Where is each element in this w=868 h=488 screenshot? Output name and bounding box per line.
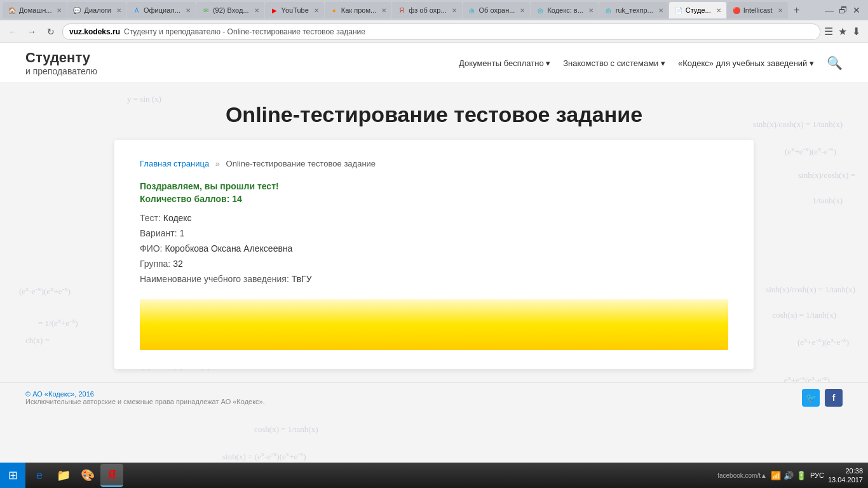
new-tab-button[interactable]: + — [789, 2, 805, 18]
variant-label: Вариант: — [140, 228, 179, 238]
tab-close-tab11[interactable]: ✕ — [716, 7, 721, 14]
taskbar-clock: 20:38 13.04.2017 — [828, 466, 863, 485]
search-button[interactable]: 🔍 — [827, 55, 843, 71]
tab-label-tab2: Диалоги — [84, 6, 111, 14]
tab-label-tab8: Об охран... — [479, 6, 515, 14]
score-value: 14 — [232, 194, 242, 204]
score-label: Количество баллов: — [140, 194, 232, 204]
start-button[interactable]: ⊞ — [0, 463, 25, 488]
file-explorer-icon: 📁 — [57, 468, 71, 482]
tab-close-tab6[interactable]: ✕ — [381, 7, 386, 14]
tab-tab7[interactable]: Яфз об охр...✕ — [392, 2, 461, 18]
tab-close-tab8[interactable]: ✕ — [520, 7, 525, 14]
refresh-button[interactable]: ↻ — [43, 24, 58, 39]
variant-value: 1 — [179, 228, 184, 238]
tab-favicon-tab5: ▶ — [270, 6, 279, 15]
minimize-button[interactable]: — — [825, 5, 834, 15]
reader-mode-icon[interactable]: ☰ — [824, 25, 833, 37]
close-button[interactable]: ✕ — [853, 5, 860, 15]
tab-tab8[interactable]: ◎Об охран...✕ — [463, 2, 531, 18]
tab-favicon-tab6: ● — [330, 6, 339, 15]
site-footer: © АО «Кодекс», 2016 Исключительные автор… — [0, 382, 868, 413]
breadcrumb-home-link[interactable]: Главная страница — [140, 159, 209, 168]
site-nav: Документы бесплатно ▾ Знакомство с систе… — [459, 55, 843, 71]
back-button[interactable]: ← — [5, 24, 20, 39]
language-indicator: РУС — [810, 471, 824, 479]
footer-copyright: © АО «Кодекс», 2016 — [25, 390, 265, 398]
facebook-button[interactable]: f — [825, 389, 843, 407]
star-icon[interactable]: ★ — [838, 25, 847, 37]
tab-tab5[interactable]: ▶YouTube✕ — [265, 2, 324, 18]
taskbar-right: facebook.com/t▲ 📶 🔊 🔋 РУС 20:38 13.04.20… — [717, 466, 868, 485]
logo-line1: Студенту — [25, 50, 97, 66]
tab-tab9[interactable]: ◎Кодекс: в...✕ — [531, 2, 598, 18]
tab-tab11[interactable]: 📄Студе...✕ — [669, 2, 726, 18]
tab-favicon-tab12: 🔴 — [732, 6, 741, 15]
taskbar-item-explorer[interactable]: 📁 — [52, 464, 75, 487]
congratulations-text: Поздравляем, вы прошли тест! — [140, 181, 728, 191]
battery-icon: 🔋 — [796, 471, 806, 480]
page-wrapper: tanh(x) = sinh(x)/cos h(x) = (ex-e-x)/(e… — [0, 43, 868, 463]
tab-label-tab9: Кодекс: в... — [547, 6, 583, 14]
nav-docs[interactable]: Документы бесплатно ▾ — [459, 58, 550, 68]
url-path: Студенту и преподавателю - Online-тестир… — [124, 27, 365, 36]
paint-icon: 🎨 — [81, 468, 95, 482]
page-title-banner: Online-тестирование тестовое задание — [0, 83, 868, 140]
score-field: Количество баллов: 14 — [140, 194, 728, 204]
tab-close-tab1[interactable]: ✕ — [57, 7, 62, 14]
nav-systems[interactable]: Знакомство с системами ▾ — [563, 58, 665, 68]
tab-tab12[interactable]: 🔴Intellicast✕ — [727, 2, 788, 18]
tab-close-tab9[interactable]: ✕ — [588, 7, 593, 14]
taskbar-item-ie[interactable]: e — [28, 464, 51, 487]
group-field: Группа: 32 — [140, 259, 728, 269]
taskbar-fb-text: facebook.com/t▲ — [717, 472, 767, 479]
volume-icon: 🔊 — [783, 471, 794, 480]
tab-tab10[interactable]: ◎ruk_техпр...✕ — [599, 2, 668, 18]
taskbar-time-display: 20:38 — [828, 466, 863, 475]
site-logo: Студенту и преподавателю — [25, 50, 97, 76]
tab-close-tab2[interactable]: ✕ — [116, 7, 121, 14]
tab-close-tab7[interactable]: ✕ — [452, 7, 457, 14]
ie-icon: e — [36, 469, 43, 482]
institution-value: ТвГУ — [292, 274, 312, 284]
forward-button[interactable]: → — [24, 24, 39, 39]
tab-favicon-tab3: A — [132, 6, 141, 15]
page-title: Online-тестирование тестовое задание — [25, 102, 843, 127]
content-card: Главная страница » Online-тестирование т… — [114, 140, 754, 369]
taskbar: ⊞ e 📁 🎨 Я facebook.com/t▲ 📶 🔊 🔋 РУС 20:3… — [0, 463, 868, 488]
twitter-button[interactable]: 🐦 — [802, 389, 820, 407]
yandex-icon: Я — [108, 468, 116, 482]
tab-tab6[interactable]: ●Как пром...✕ — [325, 2, 391, 18]
tab-label-tab1: Домашн... — [19, 6, 51, 14]
taskbar-sys-icons: 📶 🔊 🔋 — [771, 471, 806, 480]
site-header: Студенту и преподавателю Документы беспл… — [0, 43, 868, 83]
tab-close-tab5[interactable]: ✕ — [314, 7, 319, 14]
download-icon[interactable]: ⬇ — [852, 25, 860, 37]
url-bar[interactable]: vuz.kodeks.ru Студенту и преподавателю -… — [62, 24, 820, 40]
tab-favicon-tab7: Я — [397, 6, 406, 15]
institution-field: Наименование учебного заведения: ТвГУ — [140, 274, 728, 284]
footer-social: 🐦 f — [802, 389, 843, 407]
tab-tab1[interactable]: 🏠Домашн...✕ — [3, 2, 67, 18]
tab-tab2[interactable]: 💬Диалоги✕ — [67, 2, 126, 18]
tab-favicon-tab2: 💬 — [72, 6, 81, 15]
taskbar-item-paint[interactable]: 🎨 — [76, 464, 99, 487]
yellow-decoration-block — [140, 299, 728, 350]
tab-close-tab4[interactable]: ✕ — [254, 7, 259, 14]
tab-tab3[interactable]: AОфициал...✕ — [127, 2, 196, 18]
tab-close-tab12[interactable]: ✕ — [778, 7, 783, 14]
restore-button[interactable]: 🗗 — [839, 5, 848, 15]
url-domain: vuz.kodeks.ru — [69, 27, 120, 36]
tab-close-tab10[interactable]: ✕ — [658, 7, 663, 14]
tab-label-tab11: Студе... — [686, 6, 711, 14]
breadcrumb: Главная страница » Online-тестирование т… — [140, 159, 728, 168]
tab-close-tab3[interactable]: ✕ — [186, 7, 191, 14]
nav-kodeks[interactable]: «Кодекс» для учебных заведений ▾ — [678, 58, 814, 68]
tab-tab4[interactable]: ✉(92) Вход...✕ — [196, 2, 264, 18]
tab-label-tab3: Официал... — [144, 6, 180, 14]
variant-field: Вариант: 1 — [140, 228, 728, 238]
address-bar: ← → ↻ vuz.kodeks.ru Студенту и преподава… — [0, 20, 868, 43]
taskbar-item-yandex[interactable]: Я — [100, 464, 123, 487]
institution-label: Наименование учебного заведения: — [140, 274, 292, 284]
logo-line2: и преподавателю — [25, 66, 97, 76]
